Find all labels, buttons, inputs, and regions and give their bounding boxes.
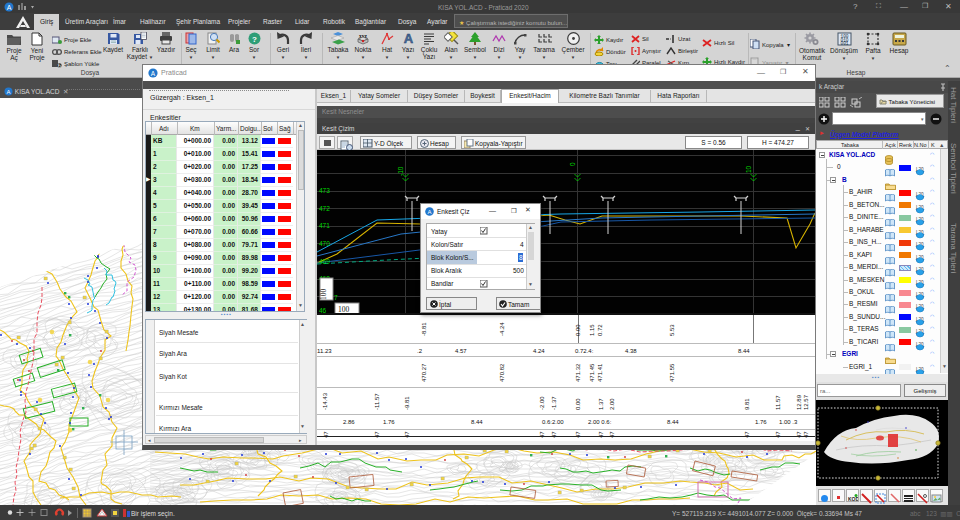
svg-text:471: 471	[319, 222, 330, 229]
svg-text:?: ?	[252, 35, 257, 44]
svg-text:A: A	[6, 89, 10, 95]
svg-text:A: A	[403, 32, 413, 45]
svg-text:0: 0	[569, 162, 576, 166]
svg-text:A: A	[427, 209, 431, 215]
svg-text:10: 10	[745, 165, 752, 173]
svg-text:100: 100	[338, 305, 350, 313]
svg-text:472: 472	[319, 205, 330, 212]
svg-text:469: 469	[319, 258, 330, 265]
svg-text:A: A	[151, 70, 156, 77]
svg-text:100: 100	[319, 289, 328, 301]
svg-text:7: 7	[334, 294, 338, 301]
svg-text:001: 001	[840, 41, 848, 46]
svg-text:A: A	[7, 4, 12, 11]
svg-text:473: 473	[319, 187, 330, 194]
svg-text:↻: ↻	[57, 63, 61, 69]
svg-text:470: 470	[319, 240, 330, 247]
